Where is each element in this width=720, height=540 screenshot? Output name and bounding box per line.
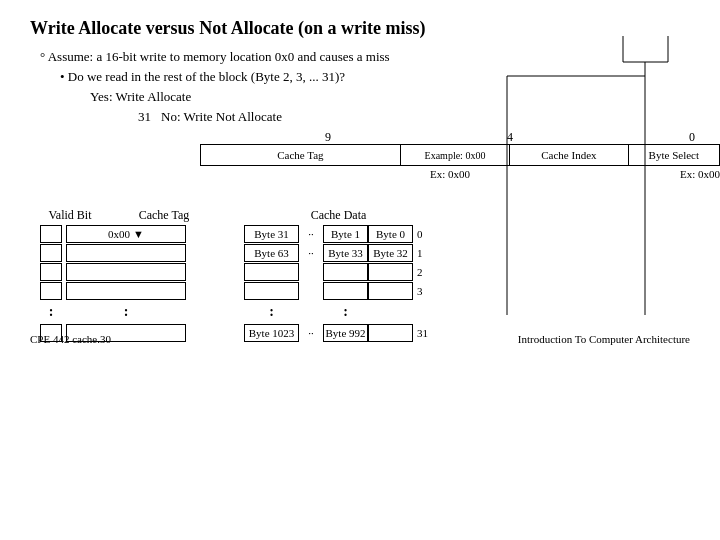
tag-cell-1 — [66, 244, 186, 262]
empty-cell-2a — [244, 263, 299, 281]
row-num-2: 2 — [417, 266, 433, 278]
valid-cell-2 — [40, 263, 62, 281]
cache-tag-segment: Cache Tag — [201, 145, 401, 165]
page-title: Write Allocate versus Not Allocate (on a… — [30, 18, 690, 39]
bit-9: 9 — [325, 130, 331, 145]
tag-cell-0: 0x00 ▼ — [66, 225, 186, 243]
dots-valid: : — [40, 304, 62, 320]
empty-cell-2c — [368, 263, 413, 281]
right-panel: Cache Data Byte 31 ·· Byte 1 Byte 0 0 By… — [244, 208, 433, 343]
empty-cell-2b — [323, 263, 368, 281]
empty-cell-3a — [244, 282, 299, 300]
ex-index: Ex: 0x00 — [430, 168, 470, 180]
footer: CPE 442 cache.30 Introduction To Compute… — [30, 333, 690, 345]
valid-cell-1 — [40, 244, 62, 262]
valid-cell-3 — [40, 282, 62, 300]
row-num-1: 1 — [417, 247, 433, 259]
bit-4: 4 — [507, 130, 513, 145]
no-allocate: No: Write Not Allocate — [161, 107, 282, 127]
data-row-3: 3 — [244, 282, 433, 300]
intro-text: ° Assume: a 16-bit write to memory locat… — [40, 49, 690, 65]
bit-0: 0 — [689, 130, 695, 145]
table-row — [40, 282, 224, 300]
byte33-cell: Byte 33 — [323, 244, 368, 262]
cache-tag-col-label: Cache Tag — [104, 208, 224, 223]
table-row — [40, 263, 224, 281]
bit-label-31: 31 — [138, 107, 151, 127]
byte0-cell: Byte 0 — [368, 225, 413, 243]
cache-data-label: Cache Data — [244, 208, 433, 223]
ex-byte: Ex: 0x00 — [680, 168, 720, 180]
dots-tag: : — [66, 304, 186, 320]
tag-cell-3 — [66, 282, 186, 300]
table-row: 0x00 ▼ — [40, 225, 224, 243]
valid-cell-0 — [40, 225, 62, 243]
data-row-0: Byte 31 ·· Byte 1 Byte 0 0 — [244, 225, 433, 243]
data-row-2: 2 — [244, 263, 433, 281]
dots-1: ·· — [299, 247, 323, 259]
row-num-0: 0 — [417, 228, 433, 240]
dots-row-left: : : — [40, 301, 224, 323]
empty-cell-3b — [323, 282, 368, 300]
bullet-text: • Do we read in the rest of the block (B… — [60, 69, 690, 85]
empty-cell-3c — [368, 282, 413, 300]
left-panel: Valid Bit Cache Tag 0x00 ▼ — [40, 208, 224, 343]
dots-col-1: : — [244, 304, 299, 320]
dots-data-row: : : — [244, 301, 433, 323]
table-row — [40, 244, 224, 262]
byte32-cell: Byte 32 — [368, 244, 413, 262]
data-row-1: Byte 63 ·· Byte 33 Byte 32 1 — [244, 244, 433, 262]
byte31-cell: Byte 31 — [244, 225, 299, 243]
tag-cell-2 — [66, 263, 186, 281]
dots-0: ·· — [299, 228, 323, 240]
yes-allocate: Yes: Write Allocate — [90, 87, 690, 107]
byte63-cell: Byte 63 — [244, 244, 299, 262]
footer-right: Introduction To Computer Architecture — [518, 333, 690, 345]
byte1-cell: Byte 1 — [323, 225, 368, 243]
row-num-3: 3 — [417, 285, 433, 297]
cache-index-segment: Cache Index — [510, 145, 628, 165]
footer-left: CPE 442 cache.30 — [30, 333, 111, 345]
dots-col-2: : — [323, 304, 368, 320]
example-segment: Example: 0x00 — [401, 145, 510, 165]
valid-bit-label: Valid Bit — [40, 208, 100, 223]
byte-select-segment: Byte Select — [629, 145, 719, 165]
